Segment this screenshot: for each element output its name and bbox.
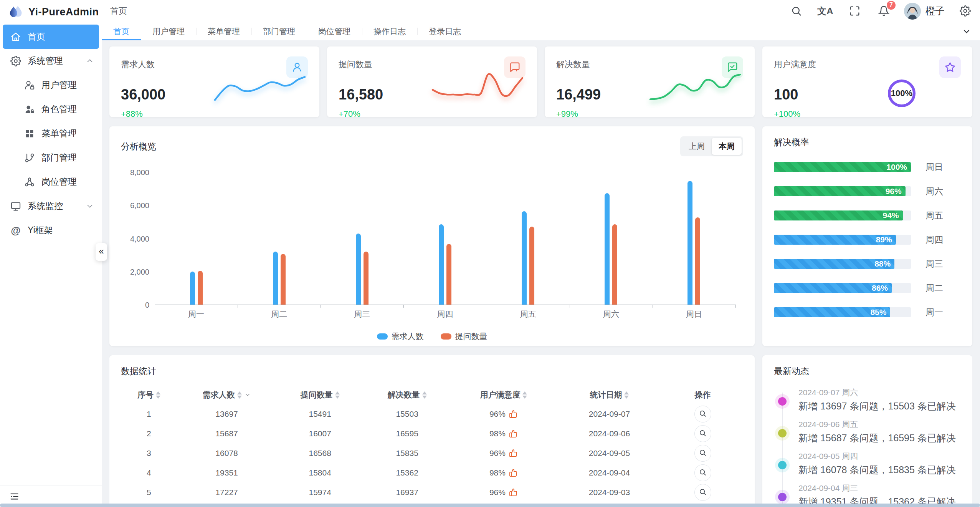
sort-carets-icon[interactable]	[422, 391, 427, 399]
news-item: 2024-09-07 周六 新增 13697 条问题，15503 条已解决	[774, 387, 961, 413]
view-detail-button[interactable]	[694, 425, 711, 442]
solve-rate-bars: 100% 周日 96% 周六 94% 周五 89% 周四 88% 周三 86% …	[774, 162, 961, 317]
home-icon	[10, 31, 21, 43]
magnifier-icon	[699, 488, 707, 497]
table-cell: 15362	[364, 463, 451, 482]
view-detail-button[interactable]	[694, 484, 711, 501]
sort-carets-icon[interactable]	[237, 391, 242, 399]
data-table: 序号需求人数提问数量解决数量用户满意度统计日期操作 11369715491155…	[121, 386, 743, 507]
user-menu[interactable]: 橙子	[904, 3, 945, 20]
sidebar-item-系统监控[interactable]: 系统监控	[0, 194, 102, 218]
thumb-up-icon	[509, 468, 518, 477]
column-header-需求人数[interactable]: 需求人数	[177, 389, 276, 400]
x-axis-label: 周二	[238, 309, 321, 320]
sidebar-item-部门管理[interactable]: 部门管理	[0, 146, 102, 170]
sparkline-chart	[212, 66, 308, 108]
legend-item-提问数量[interactable]: 提问数量	[441, 331, 488, 342]
sidebar-item-角色管理[interactable]: 角色管理	[0, 97, 102, 121]
analysis-title: 分析概览	[121, 141, 156, 152]
sidebar-item-菜单管理[interactable]: 菜单管理	[0, 121, 102, 146]
search-icon[interactable]	[787, 2, 805, 20]
legend-label: 提问数量	[455, 331, 488, 342]
table-cell: 16595	[364, 424, 451, 443]
news-text: 新增 15687 条问题，16595 条已解决	[798, 431, 961, 444]
logo: Yi-PureAdmin	[0, 0, 102, 24]
table-cell: 2024-09-07	[557, 404, 663, 424]
bar-group-周四	[403, 172, 486, 305]
sort-carets-icon[interactable]	[624, 391, 629, 399]
stat-card-delta: +100%	[774, 109, 961, 119]
timeline-dot	[778, 493, 787, 501]
column-header-用户满意度[interactable]: 用户满意度	[451, 389, 557, 400]
magnifier-icon	[699, 409, 707, 419]
header-actions: 文A 7 橙子	[787, 2, 974, 20]
y-axis-label: 8,000	[130, 168, 149, 177]
sidebar-item-岗位管理[interactable]: 岗位管理	[0, 170, 102, 194]
table-cell: 15835	[364, 443, 451, 463]
tab-部门管理[interactable]: 部门管理	[251, 22, 307, 40]
tab-操作日志[interactable]: 操作日志	[362, 22, 417, 40]
legend-item-需求人数[interactable]: 需求人数	[377, 331, 424, 342]
sidebar-item-首页[interactable]: 首页	[3, 25, 99, 49]
sort-carets-icon[interactable]	[335, 391, 340, 399]
progress-label: 周一	[925, 307, 961, 318]
x-axis-tick	[321, 305, 321, 308]
sidebar-item-Yi框架[interactable]: @Yi框架	[0, 218, 102, 242]
satisfaction-value: 98%	[489, 429, 506, 438]
table-cell: 16078	[177, 443, 276, 463]
horizontal-scrollbar[interactable]	[0, 504, 980, 507]
settings-gear-icon[interactable]	[956, 2, 974, 20]
column-header-操作: 操作	[662, 389, 743, 400]
tab-首页[interactable]: 首页	[102, 22, 141, 40]
sidebar-item-用户管理[interactable]: 用户管理	[0, 73, 102, 97]
charts-row: 分析概览 上周本周 02,0004,0006,0008,000 周一周二周三周四…	[109, 126, 972, 346]
table-cell: 13697	[177, 404, 276, 424]
x-axis-tick	[735, 305, 736, 308]
column-header-序号[interactable]: 序号	[121, 389, 177, 400]
sort-carets-icon[interactable]	[522, 391, 527, 399]
x-axis-tick	[403, 305, 404, 308]
bar-group-周六	[570, 172, 653, 305]
solve-rate-row-周四: 89% 周四	[774, 235, 961, 245]
tabbar-dropdown-icon[interactable]	[953, 22, 980, 40]
column-header-解决数量[interactable]: 解决数量	[364, 389, 451, 400]
bottom-row: 数据统计 序号需求人数提问数量解决数量用户满意度统计日期操作 113697154…	[109, 355, 972, 507]
news-date: 2024-09-04 周三	[798, 483, 961, 494]
toggle-本周[interactable]: 本周	[712, 138, 742, 155]
view-detail-button[interactable]	[694, 464, 711, 481]
thumb-up-icon	[509, 488, 518, 497]
column-header-统计日期[interactable]: 统计日期	[557, 389, 663, 400]
tab-用户管理[interactable]: 用户管理	[141, 22, 196, 40]
sort-carets-icon[interactable]	[156, 391, 160, 399]
translate-icon[interactable]: 文A	[816, 2, 834, 20]
fullscreen-icon[interactable]	[846, 2, 863, 20]
table-cell: 15804	[276, 463, 364, 482]
sidebar-item-label: 系统管理	[28, 55, 86, 67]
progress-fill: 100%	[774, 162, 911, 172]
view-detail-button[interactable]	[694, 445, 711, 462]
progress-fill: 96%	[774, 186, 906, 196]
tab-菜单管理[interactable]: 菜单管理	[196, 22, 251, 40]
username: 橙子	[925, 5, 945, 17]
tab-岗位管理[interactable]: 岗位管理	[307, 22, 362, 40]
progress-label: 周四	[925, 234, 961, 246]
sidebar-collapse-button[interactable]: «	[96, 243, 107, 261]
timeline-dot	[778, 397, 787, 406]
column-header-提问数量[interactable]: 提问数量	[276, 389, 364, 400]
sidebar-item-系统管理[interactable]: 系统管理	[0, 49, 102, 73]
progress-label: 周五	[925, 210, 961, 222]
tab-登录日志[interactable]: 登录日志	[417, 22, 473, 40]
x-axis-tick	[155, 305, 155, 308]
toggle-上周[interactable]: 上周	[682, 138, 712, 155]
network-icon	[24, 176, 35, 188]
notification-bell-icon[interactable]: 7	[875, 2, 892, 20]
breadcrumb[interactable]: 首页	[110, 5, 127, 17]
filter-chevron-icon[interactable]	[244, 391, 251, 398]
table-cell: 17227	[177, 482, 276, 502]
view-detail-button[interactable]	[694, 406, 711, 422]
column-label: 需求人数	[203, 389, 235, 400]
fold-menu-icon[interactable]	[9, 491, 20, 502]
sidebar-menu: 首页系统管理用户管理角色管理菜单管理部门管理岗位管理系统监控@Yi框架	[0, 25, 102, 242]
stat-card-delta: +88%	[121, 109, 308, 119]
user-role-icon	[24, 104, 35, 115]
